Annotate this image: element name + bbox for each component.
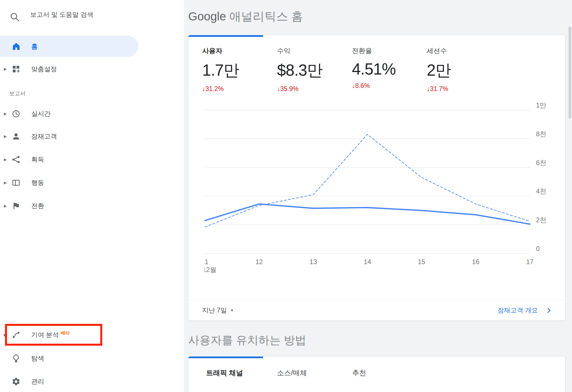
sidebar-item-customization[interactable]: ▸ 맞춤설정: [0, 58, 184, 80]
metric-label: 세션수: [427, 46, 502, 55]
metric-label: 수익: [277, 46, 352, 55]
expand-arrow-icon[interactable]: ▸: [2, 179, 9, 186]
metric-tab-revenue[interactable]: 수익 $8.3만 ↓35.9%: [277, 46, 352, 89]
expand-arrow-icon[interactable]: ▸: [2, 66, 9, 72]
search-input[interactable]: [30, 8, 153, 21]
sidebar-item-label: 획득: [31, 155, 44, 164]
sidebar-item-label: 전환: [31, 202, 44, 210]
metric-label: 사용자: [202, 46, 277, 55]
svg-text:2천: 2천: [536, 216, 546, 224]
page-title: Google 애널리틱스 홈: [184, 0, 572, 23]
search-bar[interactable]: [0, 0, 184, 28]
sidebar-item-label: 맞춤설정: [31, 65, 57, 73]
tab-referrals[interactable]: 추천: [352, 368, 366, 377]
metric-delta: ↓8.6%: [352, 82, 427, 90]
sidebar-item-behavior[interactable]: ▸ 행동: [0, 171, 184, 194]
metric-tab-sessions[interactable]: 세션수 2만 ↓31.7%: [427, 46, 502, 89]
svg-text:17: 17: [526, 258, 534, 266]
acquisition-card: 트래픽 채널 소스/매체 추천: [188, 356, 566, 392]
expand-arrow-icon[interactable]: ▸: [2, 202, 9, 209]
chevron-right-icon: [545, 307, 552, 314]
metric-tab-users[interactable]: 사용자 1.7만 ↓31.2%: [202, 46, 277, 89]
metric-delta: ↓35.9%: [277, 85, 352, 93]
sidebar-item-admin[interactable]: 관리: [0, 370, 184, 392]
audience-overview-link-label: 잠재고객 개요: [498, 306, 538, 315]
svg-text:8천: 8천: [536, 130, 546, 138]
acquisition-tabs: 트래픽 채널 소스/매체 추천: [188, 357, 565, 377]
gear-icon: [11, 377, 21, 386]
beta-badge: 베타: [61, 331, 70, 335]
sidebar-item-acquisition[interactable]: ▸ 획득: [0, 148, 184, 171]
svg-text:14: 14: [364, 258, 371, 266]
svg-text:13: 13: [309, 258, 317, 266]
metric-tab-conversion-rate[interactable]: 전환율 4.51% ↓8.6%: [352, 46, 427, 89]
metric-value: $8.3만: [277, 60, 352, 81]
person-icon: [11, 132, 21, 141]
sidebar-item-label: 실시간: [31, 109, 51, 118]
svg-text:0: 0: [536, 245, 540, 252]
date-range-dropdown[interactable]: 지난 7일 ▼: [202, 306, 234, 315]
svg-text:12: 12: [255, 258, 263, 266]
svg-text:1만: 1만: [536, 101, 546, 109]
svg-text:12월: 12월: [204, 266, 216, 273]
sidebar-item-label: 행동: [31, 178, 44, 187]
svg-text:4천: 4천: [536, 187, 546, 195]
metric-value: 2만: [427, 60, 502, 81]
expand-arrow-icon[interactable]: ▸: [2, 331, 9, 338]
tab-source-medium[interactable]: 소스/매체: [277, 368, 352, 377]
overview-line-chart: 02천4천6천8천1만1112131415161712월: [204, 93, 565, 289]
svg-text:15: 15: [418, 258, 425, 266]
flag-icon: [11, 201, 21, 211]
sidebar-item-attribution[interactable]: ▸ 기여 분석베타: [0, 323, 184, 346]
search-icon: [9, 12, 20, 22]
acquisition-section-title: 사용자를 유치하는 방법: [184, 321, 572, 346]
sidebar-item-label: 관리: [31, 377, 44, 386]
expand-arrow-icon[interactable]: ▸: [2, 133, 9, 140]
active-tab-indicator: [188, 35, 263, 37]
ga-home-screen: 홈 ▸ 맞춤설정 보고서 ▸ 실시간 ▸ 잠재고객 ▸: [0, 0, 572, 392]
sidebar-item-label: 탐색: [31, 354, 44, 363]
reports-heading: 보고서: [9, 90, 26, 97]
sidebar: 홈 ▸ 맞춤설정 보고서 ▸ 실시간 ▸ 잠재고객 ▸: [0, 0, 184, 392]
sidebar-item-home[interactable]: 홈: [0, 36, 138, 57]
metric-value: 1.7만: [202, 60, 277, 81]
page-scrollbar[interactable]: [568, 0, 572, 392]
attribution-icon: [11, 330, 21, 340]
sidebar-item-realtime[interactable]: ▸ 실시간: [0, 102, 184, 125]
dropdown-caret-icon: ▼: [230, 308, 234, 312]
overview-card: 사용자 1.7만 ↓31.2% 수익 $8.3만 ↓35.9% 전환율 4.51…: [188, 35, 566, 321]
lightbulb-icon: [11, 354, 21, 363]
metric-delta: ↓31.7%: [427, 85, 502, 93]
acquisition-icon: [11, 155, 21, 164]
active-tab-indicator: [188, 357, 263, 358]
tab-traffic-channels[interactable]: 트래픽 채널: [206, 368, 277, 377]
date-range-label: 지난 7일: [202, 306, 227, 315]
customization-icon: [11, 64, 21, 74]
sidebar-item-discover[interactable]: 탐색: [0, 347, 184, 370]
home-icon: [11, 42, 21, 51]
metric-delta: ↓31.2%: [202, 85, 277, 93]
svg-text:16: 16: [472, 258, 480, 266]
metrics-row: 사용자 1.7만 ↓31.2% 수익 $8.3만 ↓35.9% 전환율 4.51…: [188, 35, 565, 89]
metric-label: 전환율: [352, 46, 427, 55]
main-content: Google 애널리틱스 홈 사용자 1.7만 ↓31.2% 수익 $8.3만 …: [184, 0, 572, 392]
expand-arrow-icon[interactable]: ▸: [2, 110, 9, 117]
audience-overview-link[interactable]: 잠재고객 개요: [498, 306, 552, 315]
metric-value: 4.51%: [352, 60, 427, 78]
sidebar-item-conversions[interactable]: ▸ 전환: [0, 194, 184, 217]
sidebar-item-label: 홈: [31, 42, 38, 51]
expand-arrow-icon[interactable]: ▸: [2, 156, 9, 163]
svg-text:6천: 6천: [536, 159, 546, 166]
scrollbar-thumb[interactable]: [569, 27, 571, 119]
clock-icon: [11, 109, 21, 118]
behavior-icon: [11, 178, 21, 187]
overview-card-footer: 지난 7일 ▼ 잠재고객 개요: [188, 300, 565, 321]
sidebar-item-audience[interactable]: ▸ 잠재고객: [0, 125, 184, 148]
sidebar-item-label: 기여 분석베타: [31, 330, 70, 339]
svg-text:11: 11: [204, 258, 208, 266]
sidebar-item-label: 잠재고객: [31, 132, 57, 141]
